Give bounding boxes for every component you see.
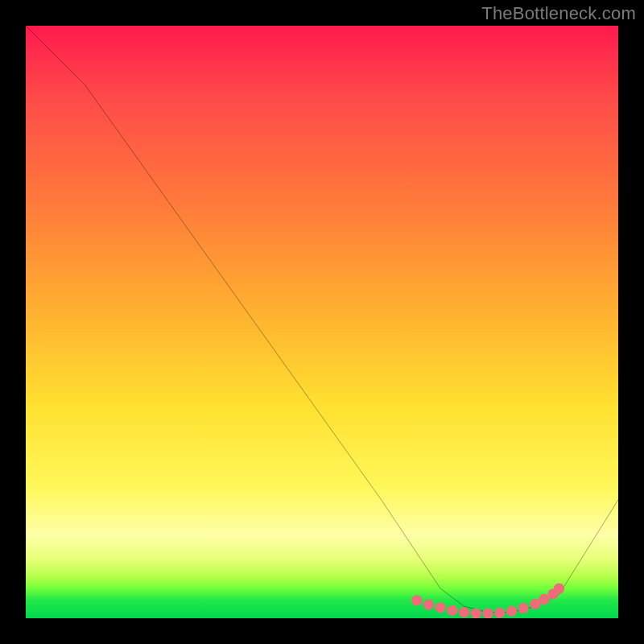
marker-dot [423, 599, 434, 609]
marker-dot [471, 608, 481, 618]
marker-dot [447, 605, 457, 616]
optimal-markers [411, 584, 564, 618]
marker-dot [482, 608, 493, 618]
marker-dot [436, 602, 446, 613]
bottleneck-curve [26, 26, 618, 613]
marker-dot [518, 603, 529, 613]
marker-dot [459, 607, 469, 617]
marker-dot [539, 594, 549, 605]
watermark-text: TheBottleneck.com [481, 3, 636, 24]
marker-dot [554, 584, 564, 594]
marker-dot [494, 608, 505, 618]
marker-dot [506, 606, 517, 617]
chart-svg [26, 26, 618, 618]
chart-frame: TheBottleneck.com [0, 0, 644, 644]
marker-dot [411, 595, 422, 605]
